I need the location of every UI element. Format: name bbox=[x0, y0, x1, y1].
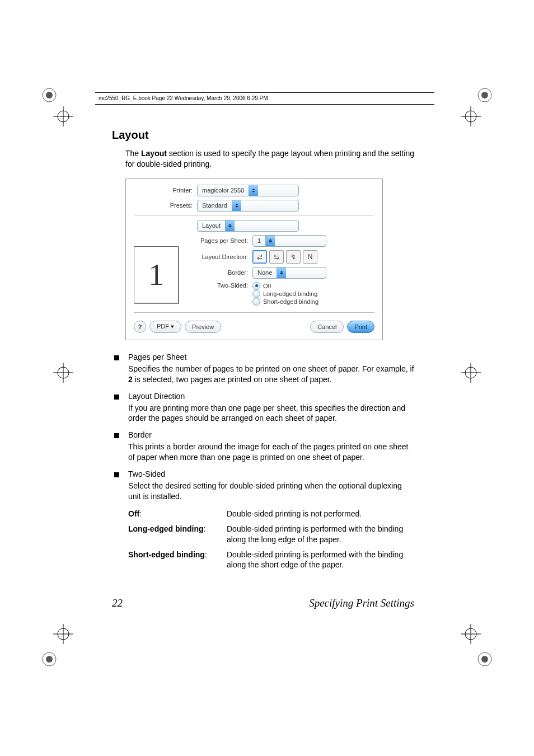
crop-mark-icon bbox=[475, 85, 495, 105]
radio-label: Long-edged binding bbox=[263, 290, 317, 297]
intro-text: The Layout section is used to specify th… bbox=[125, 148, 414, 170]
layout-direction-icon-3[interactable]: ↯ bbox=[286, 250, 301, 264]
crop-mark-icon bbox=[53, 106, 73, 126]
page-footer: 22 Specifying Print Settings bbox=[112, 597, 414, 609]
crop-mark-icon bbox=[39, 649, 59, 669]
running-header: mc2550_RG_E.book Page 22 Wednesday, Marc… bbox=[95, 92, 434, 105]
two-sided-short-radio[interactable]: Short-edged binding bbox=[252, 298, 318, 306]
square-bullet-icon bbox=[114, 472, 119, 477]
svg-point-6 bbox=[481, 92, 488, 98]
help-button[interactable]: ? bbox=[134, 321, 146, 333]
divider bbox=[134, 312, 374, 313]
layout-direction-icon-2[interactable]: ⇆ bbox=[269, 250, 284, 264]
two-sided-label: Two-Sided: bbox=[186, 282, 252, 289]
def-desc: Double-sided printing is performed with … bbox=[227, 524, 414, 545]
crop-mark-icon bbox=[461, 106, 481, 126]
bullet-two-sided: Two-Sided bbox=[114, 469, 414, 478]
bullet-layout-direction: Layout Direction bbox=[114, 392, 414, 401]
body-text: Specifies the number of pages to be prin… bbox=[128, 364, 414, 385]
radio-icon bbox=[252, 298, 260, 306]
radio-label: Off bbox=[263, 283, 271, 289]
crop-mark-icon bbox=[461, 363, 481, 383]
svg-point-20 bbox=[46, 656, 53, 663]
def-desc: Double-sided printing is performed with … bbox=[227, 550, 414, 571]
definition-list: Off: Double-sided printing is not perfor… bbox=[128, 509, 414, 570]
layout-direction-icon-1[interactable]: ⇄ bbox=[252, 250, 267, 264]
two-sided-long-radio[interactable]: Long-edged binding bbox=[252, 290, 318, 298]
printer-label: Printer: bbox=[134, 187, 197, 194]
pages-per-sheet-select[interactable]: 1 bbox=[252, 235, 326, 247]
bullet-border: Border bbox=[114, 430, 414, 439]
radio-icon bbox=[252, 290, 260, 298]
crop-mark-icon bbox=[461, 624, 481, 644]
crop-mark-icon bbox=[39, 85, 59, 105]
layout-direction-icon-4[interactable]: N bbox=[303, 250, 317, 264]
svg-point-25 bbox=[481, 656, 488, 663]
layout-direction-label: Layout Direction: bbox=[186, 253, 252, 260]
crop-mark-icon bbox=[475, 649, 495, 669]
radio-icon bbox=[252, 282, 260, 290]
bullet-pages-per-sheet: Pages per Sheet bbox=[114, 353, 414, 361]
two-sided-off-radio[interactable]: Off bbox=[252, 282, 318, 290]
crop-mark-icon bbox=[53, 624, 73, 644]
square-bullet-icon bbox=[114, 433, 119, 438]
print-button[interactable]: Print bbox=[347, 321, 374, 333]
footer-title: Specifying Print Settings bbox=[309, 597, 414, 609]
border-select[interactable]: None bbox=[252, 267, 326, 279]
printer-select[interactable]: magicolor 2550 bbox=[197, 185, 299, 196]
pages-per-sheet-label: Pages per Sheet: bbox=[186, 237, 252, 244]
body-text: If you are printing more than one page p… bbox=[128, 403, 414, 424]
divider bbox=[134, 215, 374, 215]
body-text: This prints a border around the image fo… bbox=[128, 442, 414, 463]
radio-label: Short-edged binding bbox=[263, 298, 318, 305]
layout-preview: 1 bbox=[134, 246, 179, 303]
cancel-button[interactable]: Cancel bbox=[310, 321, 344, 333]
presets-select[interactable]: Standard bbox=[197, 200, 299, 212]
preview-button[interactable]: Preview bbox=[185, 321, 221, 333]
presets-label: Presets: bbox=[134, 202, 197, 209]
panel-select[interactable]: Layout bbox=[197, 220, 299, 232]
page-number: 22 bbox=[112, 597, 123, 609]
square-bullet-icon bbox=[114, 395, 119, 400]
crop-mark-icon bbox=[53, 363, 73, 383]
border-label: Border: bbox=[186, 269, 252, 276]
pdf-button[interactable]: PDF ▾ bbox=[149, 321, 181, 333]
section-heading: Layout bbox=[112, 129, 414, 142]
def-desc: Double-sided printing is not performed. bbox=[227, 509, 414, 519]
body-text: Select the desired setting for double-si… bbox=[128, 481, 414, 502]
square-bullet-icon bbox=[114, 355, 119, 360]
svg-point-1 bbox=[46, 92, 53, 98]
print-dialog: Printer: magicolor 2550 Presets: Standar… bbox=[125, 179, 383, 340]
